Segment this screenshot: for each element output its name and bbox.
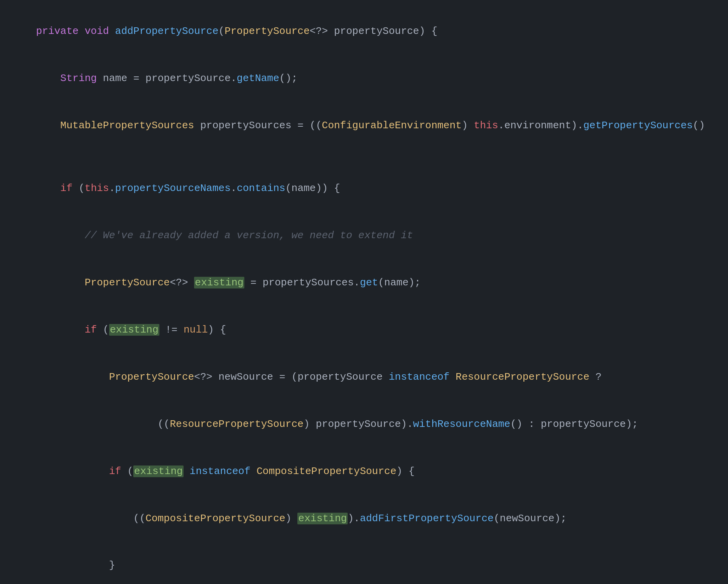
method: addFirstPropertySource — [360, 513, 493, 524]
var: propertySources — [263, 277, 354, 288]
code-line: PropertySource<?> newSource = (propertyS… — [12, 354, 716, 401]
var: propertySource — [297, 371, 382, 383]
keyword: instanceof — [389, 371, 449, 383]
code-line: String name = propertySource.getName(); — [12, 55, 716, 102]
method: getPropertySources — [583, 120, 693, 131]
var: propertySources — [200, 120, 292, 131]
method: getName — [237, 73, 279, 84]
keyword: this — [474, 120, 498, 131]
keyword: String — [60, 73, 97, 84]
code-line: } — [12, 542, 716, 584]
method: get — [360, 277, 378, 288]
highlight-existing: existing — [133, 465, 184, 477]
comment: // We've already added a version, we nee… — [85, 230, 413, 241]
keyword: null — [184, 324, 208, 336]
code-line: PropertySource<?> existing = propertySou… — [12, 259, 716, 306]
method: propertySourceNames — [115, 182, 230, 194]
var: name — [292, 182, 316, 194]
type: PropertySource — [109, 371, 194, 383]
code-line: if (existing != null) { — [12, 306, 716, 354]
keyword: private — [36, 25, 78, 37]
highlight-existing: existing — [194, 277, 244, 288]
type: ResourcePropertySource — [170, 418, 304, 430]
var: propertySource — [541, 418, 626, 430]
highlight-existing: existing — [297, 513, 348, 524]
type: ConfigurableEnvironment — [322, 120, 462, 131]
type: MutablePropertySources — [60, 120, 194, 131]
var: environment — [504, 120, 571, 131]
code-line: ((ResourcePropertySource) propertySource… — [12, 400, 716, 448]
var: propertySource — [334, 25, 419, 37]
code-line: private void addPropertySource(PropertyS… — [12, 8, 716, 55]
code-line: MutablePropertySources propertySources =… — [12, 102, 716, 149]
keyword: if — [109, 465, 121, 477]
keyword: void — [85, 25, 109, 37]
highlight-existing: existing — [109, 324, 159, 336]
method: withResourceName — [413, 418, 511, 430]
var: propertySource — [145, 73, 230, 84]
type: PropertySource — [224, 25, 309, 37]
code-viewer: private void addPropertySource(PropertyS… — [0, 0, 728, 584]
method: contains — [237, 182, 285, 194]
code-line: if (existing instanceof CompositePropert… — [12, 448, 716, 495]
code-line: // We've already added a version, we nee… — [12, 212, 716, 259]
code-line: if (this.propertySourceNames.contains(na… — [12, 165, 716, 212]
keyword: if — [85, 324, 97, 336]
empty-line — [12, 149, 716, 165]
type: ResourcePropertySource — [456, 371, 589, 383]
type: CompositePropertySource — [256, 465, 396, 477]
keyword: this — [85, 182, 109, 194]
code-line: ((CompositePropertySource) existing).add… — [12, 495, 716, 542]
type: PropertySource — [85, 277, 170, 288]
type: CompositePropertySource — [145, 513, 285, 524]
var: name — [103, 73, 127, 84]
var: name — [384, 277, 408, 288]
var: newSource — [219, 371, 273, 383]
keyword: if — [60, 182, 72, 194]
var: newSource — [500, 513, 554, 524]
method: addPropertySource — [115, 25, 218, 37]
var: propertySource — [316, 418, 401, 430]
keyword: instanceof — [190, 465, 251, 477]
